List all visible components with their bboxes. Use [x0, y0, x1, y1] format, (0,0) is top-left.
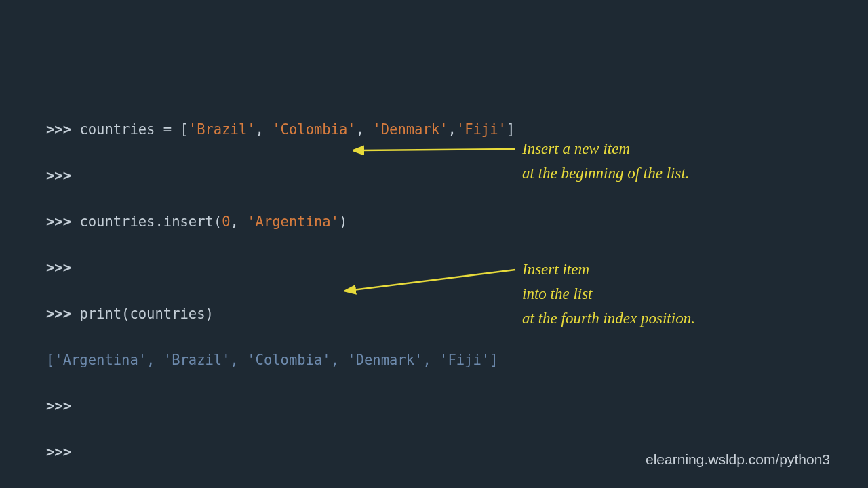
prompt: >>>	[46, 121, 79, 138]
prompt: >>>	[46, 214, 79, 230]
annotation-1: Insert a new item at the beginning of th…	[522, 137, 690, 186]
prompt: >>>	[46, 398, 71, 414]
string: 'Brazil'	[189, 121, 256, 138]
annotation-text: at the beginning of the list.	[522, 161, 690, 186]
comma: ,	[231, 214, 248, 230]
identifier: countries	[130, 306, 205, 322]
output: ['Argentina', 'Brazil', 'Colombia', 'Den…	[46, 352, 498, 368]
comma: ,	[356, 121, 373, 138]
method: insert	[163, 214, 214, 230]
annotation-text: into the list	[522, 282, 695, 306]
code-line-8: >>>	[46, 441, 590, 464]
annotation-text: at the fourth index position.	[522, 306, 695, 331]
code-line-7: >>>	[46, 394, 590, 418]
bracket: ]	[507, 121, 515, 138]
code-line-2: >>>	[46, 164, 590, 187]
string: 'Argentina'	[247, 214, 339, 230]
string: 'Denmark'	[372, 121, 448, 138]
comma: ,	[448, 121, 456, 138]
function: print	[79, 306, 121, 322]
code-line-3: >>> countries.insert(0, 'Argentina')	[46, 210, 590, 233]
footer-credit: elearning.wsldp.com/python3	[646, 451, 830, 468]
annotation-text: Insert item	[522, 258, 695, 282]
paren: (	[121, 306, 130, 322]
code-line-6: ['Argentina', 'Brazil', 'Colombia', 'Den…	[46, 348, 590, 371]
code-block: >>> countries = ['Brazil', 'Colombia', '…	[46, 95, 590, 488]
bracket: [	[180, 121, 189, 138]
code-line-4: >>>	[46, 256, 590, 279]
prompt: >>>	[46, 260, 71, 276]
prompt: >>>	[46, 167, 71, 184]
code-line-1: >>> countries = ['Brazil', 'Colombia', '…	[46, 118, 590, 141]
paren: (	[214, 214, 222, 230]
identifier: countries	[79, 214, 155, 230]
prompt: >>>	[46, 306, 79, 322]
identifier: countries	[79, 121, 155, 138]
number: 0	[222, 214, 230, 230]
string: 'Fiji'	[456, 121, 507, 138]
operator: =	[155, 121, 180, 138]
dot: .	[155, 214, 163, 230]
paren: )	[339, 214, 347, 230]
prompt: >>>	[46, 444, 71, 460]
string: 'Colombia'	[272, 121, 355, 138]
code-line-5: >>> print(countries)	[46, 302, 590, 325]
paren: )	[205, 306, 214, 322]
annotation-2: Insert item into the list at the fourth …	[522, 258, 695, 331]
annotation-text: Insert a new item	[522, 137, 690, 161]
comma: ,	[256, 121, 273, 138]
